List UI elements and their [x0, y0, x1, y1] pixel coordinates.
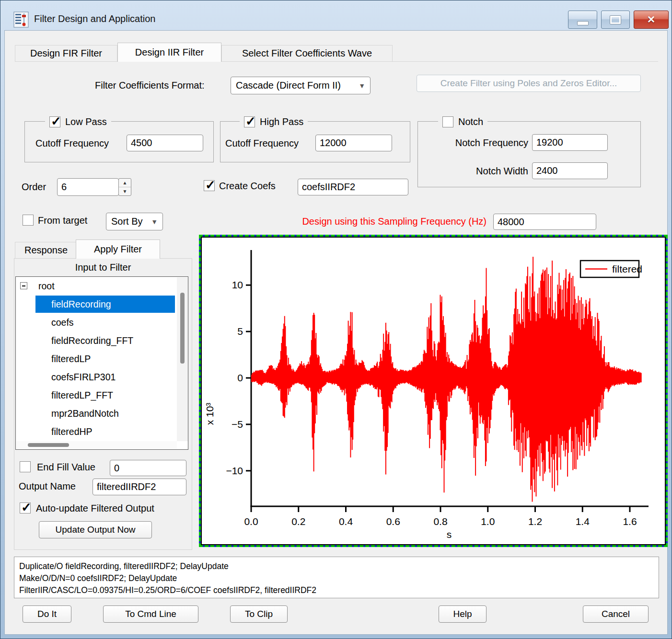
poles-zeros-editor-button[interactable]: Create Filter using Poles and Zeros Edit… [417, 75, 641, 92]
update-output-now-button[interactable]: Update Output Now [39, 521, 152, 538]
list-item-root[interactable]: root [16, 277, 188, 295]
tab-label: Design FIR Filter [30, 48, 102, 59]
tab-design-fir-filter[interactable]: Design FIR Filter [15, 45, 117, 61]
maximize-icon [610, 16, 621, 24]
tree-collapse-icon[interactable] [20, 282, 27, 289]
poles-zeros-editor-label: Create Filter using Poles and Zeros Edit… [440, 78, 617, 89]
vertical-scrollbar-thumb[interactable] [180, 293, 185, 364]
window-title: Filter Design and Application [34, 13, 155, 24]
app-icon [13, 11, 29, 28]
horizontal-scrollbar[interactable] [16, 441, 177, 449]
notch-width-field[interactable] [532, 162, 608, 179]
list-item-coefs[interactable]: coefs [16, 313, 188, 331]
list-item-label: fieldRecording [51, 299, 111, 309]
close-button[interactable]: ✕ [634, 11, 669, 29]
auto-update-checkbox[interactable] [20, 502, 31, 513]
order-field[interactable] [57, 178, 119, 196]
from-target-label: From target [38, 215, 87, 226]
lp-cutoff-frequency-label: Cutoff Frequency [35, 138, 109, 149]
output-name-field[interactable] [93, 479, 186, 495]
create-coefs-checkbox[interactable] [204, 180, 215, 191]
notch-checkbox[interactable] [442, 116, 453, 127]
tab-label: Response [24, 245, 68, 256]
command-preview[interactable]: Duplicate/O fieldRecording, filteredIIRD… [14, 557, 659, 598]
high-pass-checkbox[interactable] [244, 116, 255, 127]
end-fill-label: End Fill Value [37, 462, 95, 473]
list-item-filteredHP[interactable]: filteredHP [16, 422, 188, 441]
list-item-mpr2BandNotch[interactable]: mpr2BandNotch [16, 404, 188, 422]
create-coefs-label: Create Coefs [219, 181, 276, 192]
end-fill-field[interactable] [110, 460, 186, 476]
filter-design-window: Filter Design and Application ✕ Design F… [0, 0, 672, 639]
do-it-button[interactable]: Do It [23, 605, 71, 623]
hp-cutoff-frequency-label: Cutoff Frequency [225, 138, 299, 149]
from-target-checkbox[interactable] [23, 215, 34, 226]
horizontal-scrollbar-thumb[interactable] [28, 443, 69, 447]
graph-marquee: −10−505100.00.20.40.60.81.01.21.41.6x 10… [199, 235, 668, 547]
minimize-icon [577, 21, 589, 25]
order-label: Order [22, 182, 46, 193]
notch-frequency-field[interactable] [532, 134, 608, 151]
maximize-button[interactable] [601, 11, 630, 29]
auto-update-label: Auto-update Filtered Output [36, 503, 154, 514]
list-item-fieldRecording[interactable]: fieldRecording [16, 295, 188, 313]
update-output-now-label: Update Output Now [56, 525, 136, 535]
command-line: Make/O/D/N=0 coefsIIRDF2; DelayUpdate [19, 572, 654, 584]
tab-response[interactable]: Response [15, 242, 77, 258]
do-it-label: Do It [37, 609, 57, 619]
list-item-label: filteredHP [51, 426, 93, 437]
notch-width-label: Notch Width [441, 166, 528, 177]
list-item-fieldRecording_FFT[interactable]: fieldRecording_FFT [16, 331, 188, 350]
low-pass-legend: Low Pass [45, 115, 111, 128]
input-wave-list[interactable]: rootfieldRecordingcoefsfieldRecording_FF… [15, 276, 188, 450]
notch-legend: Notch [438, 115, 487, 128]
sort-by-dropdown[interactable]: Sort By ▼ [106, 213, 163, 230]
order-spinner[interactable]: ▲ ▼ [118, 178, 131, 196]
command-line: FilterIIR/CASC/LO=0.09375/HI=0.25/ORD=6/… [19, 584, 654, 596]
tab-select-filter-coefficients-wave[interactable]: Select Filter Coefficients Wave [221, 45, 393, 61]
tab-apply-filter[interactable]: Apply Filter [76, 240, 160, 259]
list-item-label: coefsFIRLP301 [51, 372, 116, 382]
output-name-label: Output Name [19, 481, 76, 492]
close-icon: ✕ [647, 14, 656, 25]
tab-label: Design IIR Filter [135, 47, 204, 58]
help-label: Help [453, 609, 472, 619]
coefficients-format-dropdown[interactable]: Cascade (Direct Form II) ▼ [231, 77, 371, 94]
notch-group: Notch Notch Frequency Notch Width [417, 121, 641, 187]
coefficients-format-value: Cascade (Direct Form II) [236, 80, 341, 91]
list-item-filteredLP[interactable]: filteredLP [16, 350, 188, 368]
cancel-label: Cancel [602, 609, 630, 619]
to-clip-button[interactable]: To Clip [230, 605, 288, 623]
input-to-filter-title: Input to Filter [14, 262, 192, 273]
high-pass-label: High Pass [260, 116, 303, 127]
sampling-frequency-field[interactable] [493, 214, 596, 230]
low-pass-checkbox[interactable] [49, 116, 60, 127]
coefs-name-field[interactable] [298, 179, 408, 195]
chevron-down-icon: ▼ [147, 218, 158, 226]
list-item-label: root [38, 281, 55, 291]
minimize-button[interactable] [568, 11, 597, 29]
tab-design-iir-filter[interactable]: Design IIR Filter [117, 43, 221, 62]
cancel-button[interactable]: Cancel [583, 605, 649, 623]
filter-coefficients-format-label: Filter Coefficients Format: [95, 80, 205, 91]
list-item-filteredLP_FFT[interactable]: filteredLP_FFT [16, 386, 188, 404]
to-cmd-line-label: To Cmd Line [125, 609, 176, 619]
tab-label: Select Filter Coefficients Wave [242, 48, 372, 59]
help-button[interactable]: Help [439, 605, 487, 623]
tab-divider [15, 61, 658, 62]
end-fill-checkbox[interactable] [20, 461, 31, 472]
to-cmd-line-button[interactable]: To Cmd Line [103, 605, 198, 623]
to-clip-label: To Clip [245, 609, 273, 619]
sort-by-value: Sort By [111, 216, 143, 227]
hp-cutoff-frequency-field[interactable] [315, 135, 392, 151]
list-item-label: mpr2BandNotch [51, 408, 119, 419]
command-line: Duplicate/O fieldRecording, filteredIIRD… [19, 560, 654, 572]
vertical-scrollbar[interactable] [177, 277, 188, 441]
spinner-down-icon[interactable]: ▼ [119, 187, 131, 195]
lp-cutoff-frequency-field[interactable] [127, 135, 203, 151]
notch-frequency-label: Notch Frequency [441, 137, 528, 148]
list-item-coefsFIRLP301[interactable]: coefsFIRLP301 [16, 368, 188, 386]
spinner-up-icon[interactable]: ▲ [119, 179, 131, 187]
high-pass-legend: High Pass [240, 115, 308, 128]
list-rows: rootfieldRecordingcoefsfieldRecording_FF… [16, 277, 188, 441]
